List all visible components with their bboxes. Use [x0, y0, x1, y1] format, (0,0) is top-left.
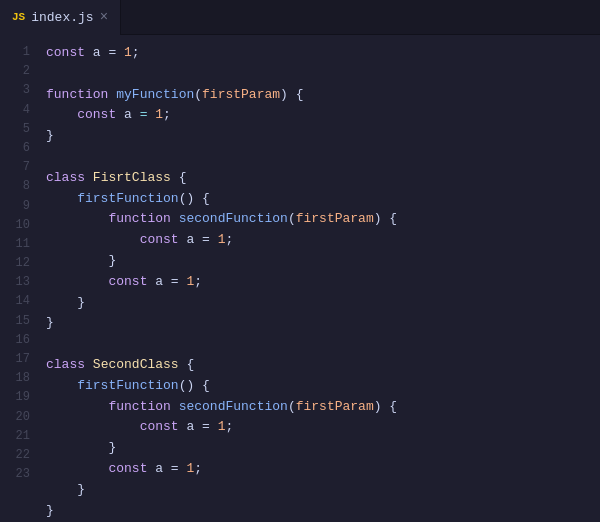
line-number: 8	[0, 177, 30, 196]
token-kw: const	[46, 45, 85, 60]
token-fn: secondFunction	[179, 399, 288, 414]
token-plain: ;	[163, 107, 171, 122]
line-number: 22	[0, 446, 30, 465]
token-kw: const	[140, 232, 179, 247]
code-line: const a = 1;	[46, 105, 600, 126]
token-plain: a =	[147, 274, 186, 289]
line-number: 14	[0, 292, 30, 311]
line-number: 4	[0, 101, 30, 120]
token-plain	[46, 232, 140, 247]
token-kw: function	[46, 87, 108, 102]
line-numbers: 1234567891011121314151617181920212223	[0, 35, 42, 522]
token-plain: {	[171, 170, 187, 185]
code-line: }	[46, 501, 600, 522]
code-line: class SecondClass {	[46, 355, 600, 376]
line-number: 16	[0, 331, 30, 350]
code-area[interactable]: const a = 1; function myFunction(firstPa…	[42, 35, 600, 522]
line-number: 1	[0, 43, 30, 62]
editor: 1234567891011121314151617181920212223 co…	[0, 35, 600, 522]
token-plain	[46, 107, 77, 122]
token-plain: (	[288, 211, 296, 226]
token-plain: a =	[179, 419, 218, 434]
token-plain: a	[116, 107, 139, 122]
code-line: class FisrtClass {	[46, 168, 600, 189]
token-plain: a =	[147, 461, 186, 476]
line-number: 19	[0, 388, 30, 407]
line-number: 20	[0, 408, 30, 427]
token-plain: (	[288, 399, 296, 414]
token-plain: }	[46, 128, 54, 143]
token-kw: function	[108, 211, 170, 226]
token-param: firstParam	[296, 211, 374, 226]
token-kw: const	[108, 274, 147, 289]
token-kw: function	[108, 399, 170, 414]
line-number: 5	[0, 120, 30, 139]
token-plain: ;	[132, 45, 140, 60]
code-line: function secondFunction(firstParam) {	[46, 397, 600, 418]
file-tab[interactable]: JS index.js ×	[0, 0, 121, 35]
code-line	[46, 147, 600, 168]
code-line: const a = 1;	[46, 417, 600, 438]
line-number: 12	[0, 254, 30, 273]
tab-filename: index.js	[31, 10, 93, 25]
token-plain: () {	[179, 378, 210, 393]
code-line: const a = 1;	[46, 230, 600, 251]
line-number: 10	[0, 216, 30, 235]
code-line: }	[46, 438, 600, 459]
token-plain: }	[46, 315, 54, 330]
line-number: 18	[0, 369, 30, 388]
token-plain: }	[46, 482, 85, 497]
token-plain	[46, 378, 77, 393]
token-plain: ) {	[280, 87, 303, 102]
code-line	[46, 64, 600, 85]
token-param: firstParam	[296, 399, 374, 414]
token-plain: a =	[179, 232, 218, 247]
token-cl: FisrtClass	[93, 170, 171, 185]
token-fn: myFunction	[116, 87, 194, 102]
token-param: firstParam	[202, 87, 280, 102]
token-plain	[46, 191, 77, 206]
line-number: 6	[0, 139, 30, 158]
code-line	[46, 334, 600, 355]
token-fn: firstFunction	[77, 378, 178, 393]
code-line: }	[46, 126, 600, 147]
token-plain: ) {	[374, 211, 397, 226]
token-plain	[171, 399, 179, 414]
line-number: 17	[0, 350, 30, 369]
token-plain: }	[46, 253, 116, 268]
code-line: function myFunction(firstParam) {	[46, 85, 600, 106]
line-number: 2	[0, 62, 30, 81]
code-line: }	[46, 313, 600, 334]
line-number: 15	[0, 312, 30, 331]
token-plain	[171, 211, 179, 226]
code-line: const a = 1;	[46, 43, 600, 64]
code-line: const a = 1;	[46, 272, 600, 293]
js-file-icon: JS	[12, 11, 25, 23]
token-kw: const	[140, 419, 179, 434]
code-line: }	[46, 293, 600, 314]
token-plain	[46, 211, 108, 226]
tab-bar: JS index.js ×	[0, 0, 600, 35]
token-plain	[85, 357, 93, 372]
token-plain: ;	[225, 232, 233, 247]
token-plain: () {	[179, 191, 210, 206]
token-cl: SecondClass	[93, 357, 179, 372]
token-plain	[46, 419, 140, 434]
token-plain: ;	[225, 419, 233, 434]
token-fn: secondFunction	[179, 211, 288, 226]
token-plain: (	[194, 87, 202, 102]
line-number: 13	[0, 273, 30, 292]
token-plain: }	[46, 295, 85, 310]
token-fn: firstFunction	[77, 191, 178, 206]
code-line: function secondFunction(firstParam) {	[46, 209, 600, 230]
close-icon[interactable]: ×	[100, 10, 108, 24]
line-number: 7	[0, 158, 30, 177]
token-plain: }	[46, 440, 116, 455]
line-number: 23	[0, 465, 30, 484]
token-plain: {	[179, 357, 195, 372]
token-plain: a =	[85, 45, 124, 60]
token-kw: class	[46, 357, 85, 372]
token-num: 1	[155, 107, 163, 122]
code-line: firstFunction() {	[46, 189, 600, 210]
token-plain	[46, 274, 108, 289]
